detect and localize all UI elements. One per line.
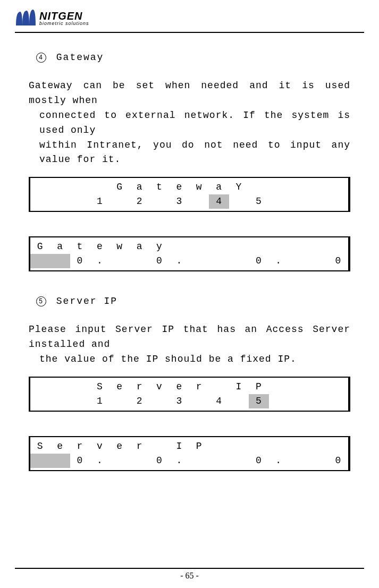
lcd-cell: e	[110, 439, 130, 454]
lcd-row: GatewaY	[30, 180, 348, 194]
lcd-cell: v	[149, 380, 169, 394]
lcd-cell	[50, 454, 70, 468]
lcd-cell	[189, 240, 209, 254]
lcd-cell	[289, 439, 308, 454]
para-line: within Intranet, you do not need to inpu…	[29, 138, 350, 168]
lcd-cell	[209, 454, 229, 468]
lcd-cell: 3	[170, 394, 189, 408]
lcd-cell	[149, 439, 169, 454]
lcd-cell: e	[110, 380, 130, 394]
lcd-cell	[50, 380, 70, 394]
lcd-cell: .	[170, 254, 189, 268]
lcd-cell	[209, 254, 229, 268]
lcd-cell	[229, 439, 249, 454]
lcd-cell	[249, 180, 268, 194]
lcd-cell	[50, 394, 70, 408]
lcd-row: 1 2 3 4 5	[30, 394, 348, 408]
lcd-cell	[50, 254, 70, 268]
lcd-cell	[269, 240, 289, 254]
lcd-cell	[329, 394, 348, 408]
lcd-cell: y	[149, 240, 169, 254]
section-5-paragraph: Please input Server IP that has an Acces…	[29, 322, 350, 367]
brand-subtitle: biometric solutions	[39, 21, 89, 26]
lcd-cell: .	[269, 254, 289, 268]
section-4-title: Gateway	[56, 52, 104, 63]
lcd-cell	[269, 439, 289, 454]
lcd-cell: 5	[249, 394, 268, 408]
lcd-cell: a	[209, 180, 229, 194]
lcd-cell: Y	[229, 180, 249, 194]
lcd-cell	[269, 180, 289, 194]
content: 4 Gateway Gateway can be set when needed…	[15, 33, 364, 471]
lcd-cell: I	[229, 380, 249, 394]
lcd-cell: 0	[149, 454, 169, 468]
lcd-cell	[229, 394, 249, 408]
lcd-row: 1 2 3 4 5	[30, 194, 348, 209]
lcd-cell	[110, 254, 130, 268]
section-5-heading: 5 Server IP	[36, 296, 350, 306]
lcd-cell	[90, 180, 110, 194]
lcd-cell: .	[90, 454, 110, 468]
lcd-cell: e	[170, 380, 189, 394]
lcd-cell: w	[110, 240, 130, 254]
lcd-cell	[130, 254, 149, 268]
lcd-cell	[110, 454, 130, 468]
lcd-cell: .	[170, 454, 189, 468]
lcd-cell: 0	[249, 454, 268, 468]
lcd-row: Gateway	[30, 240, 348, 254]
lcd-cell: a	[130, 240, 149, 254]
section-5-title: Server IP	[56, 296, 117, 306]
lcd-cell: w	[189, 180, 209, 194]
lcd-cell	[308, 454, 328, 468]
lcd-cell: r	[70, 439, 90, 454]
lcd-cell	[70, 380, 90, 394]
lcd-cell: 4	[209, 394, 229, 408]
lcd-gateway-value: Gateway 0. 0. 0. 0	[29, 236, 350, 271]
lcd-cell: 1	[90, 394, 110, 408]
lcd-cell	[70, 180, 90, 194]
lcd-cell: 0	[70, 254, 90, 268]
lcd-serverip-menu: Server IP 1 2 3 4 5	[29, 377, 350, 412]
section-4-heading: 4 Gateway	[36, 52, 350, 63]
para-line: the value of the IP should be a fixed IP…	[29, 352, 350, 367]
lcd-cell: G	[110, 180, 130, 194]
lcd-cell	[50, 180, 70, 194]
lcd-cell	[130, 454, 149, 468]
lcd-row: Server IP	[30, 439, 348, 454]
lcd-cell	[329, 439, 348, 454]
lcd-cell: .	[269, 454, 289, 468]
lcd-cell	[209, 240, 229, 254]
lcd-cell	[308, 380, 328, 394]
lcd-cell	[289, 194, 308, 209]
lcd-cell	[289, 180, 308, 194]
lcd-cell: e	[170, 180, 189, 194]
lcd-cell: 4	[209, 194, 229, 209]
lcd-cell	[30, 380, 50, 394]
lcd-cell: 2	[130, 194, 149, 209]
lcd-cell: e	[90, 240, 110, 254]
lcd-cell: S	[90, 380, 110, 394]
lcd-cell	[189, 454, 209, 468]
lcd-cell	[209, 439, 229, 454]
lcd-cell	[50, 194, 70, 209]
lcd-cell	[189, 254, 209, 268]
lcd-cell: 3	[170, 194, 189, 209]
brand-block: NITGEN biometric solutions	[39, 11, 89, 26]
lcd-cell: S	[30, 439, 50, 454]
lcd-row: 0. 0. 0. 0	[30, 254, 348, 268]
lcd-cell: 5	[249, 194, 268, 209]
lcd-cell: 0	[329, 254, 348, 268]
lcd-cell: P	[249, 380, 268, 394]
lcd-cell: r	[130, 380, 149, 394]
lcd-cell: t	[149, 180, 169, 194]
lcd-cell: r	[189, 380, 209, 394]
lcd-cell	[209, 380, 229, 394]
lcd-cell: G	[30, 240, 50, 254]
lcd-cell	[110, 394, 130, 408]
lcd-cell	[329, 240, 348, 254]
lcd-cell: 0	[249, 254, 268, 268]
lcd-cell	[269, 394, 289, 408]
page: NITGEN biometric solutions 4 Gateway Gat…	[0, 0, 379, 588]
lcd-cell: 2	[130, 394, 149, 408]
para-line: Please input Server IP that has an Acces…	[29, 324, 350, 350]
